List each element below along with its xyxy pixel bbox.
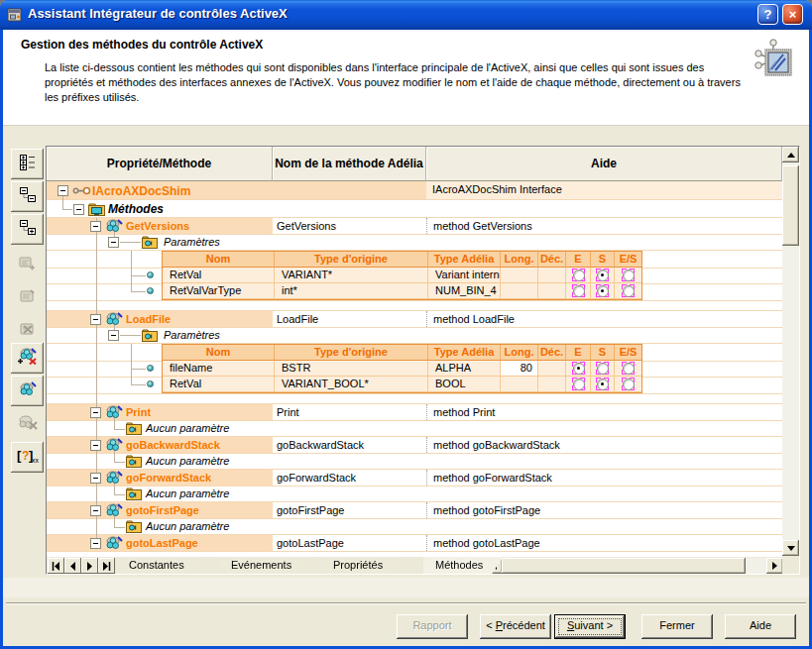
param-adelia-type[interactable]: ALPHA bbox=[428, 361, 501, 377]
param-length-field[interactable] bbox=[501, 377, 538, 392]
adelia-method-name[interactable]: goBackwardStack bbox=[277, 439, 364, 451]
radio-es[interactable] bbox=[622, 269, 635, 281]
tree-collapse-box[interactable] bbox=[90, 407, 101, 418]
methods-grid-panel: Propriété/MéthodeNom de la méthode Adéli… bbox=[46, 146, 800, 575]
tree-collapse-box[interactable] bbox=[58, 185, 68, 196]
radio-es[interactable] bbox=[622, 362, 635, 375]
titlebar-help-button[interactable]: ? bbox=[757, 4, 778, 25]
method-row-gotolastpage[interactable]: gotoLastPagegotoLastPagemethod gotoLastP… bbox=[47, 535, 782, 552]
adelia-method-name[interactable]: gotoFirstPage bbox=[277, 504, 344, 516]
tab-propri-t-s[interactable]: Propriétés bbox=[321, 557, 403, 574]
horizontal-scrollbar[interactable] bbox=[486, 558, 782, 574]
param-decimals-field[interactable] bbox=[538, 377, 566, 392]
param-length-field[interactable] bbox=[501, 283, 538, 299]
titlebar-close-button[interactable]: × bbox=[782, 4, 803, 25]
method-help[interactable]: method Print bbox=[433, 406, 495, 418]
no-params-row-aucun-param-tre[interactable]: Aucun paramètre bbox=[47, 454, 782, 470]
method-row-gotofirstpage[interactable]: gotoFirstPagegotoFirstPagemethod gotoFir… bbox=[47, 502, 782, 519]
method-row-loadfile[interactable]: LoadFileLoadFilemethod LoadFile bbox=[47, 311, 782, 328]
tree-collapse-box[interactable] bbox=[90, 440, 101, 451]
method-help[interactable]: method goBackwardStack bbox=[433, 439, 560, 451]
scroll-down-button[interactable] bbox=[782, 540, 799, 556]
radio-es[interactable] bbox=[622, 378, 635, 390]
toolbar-expand-all-button[interactable] bbox=[11, 149, 44, 179]
radio-e-selected[interactable] bbox=[572, 362, 585, 375]
tree-collapse-box[interactable] bbox=[73, 204, 84, 215]
param-adelia-type[interactable]: NUM_BIN_4 bbox=[428, 283, 501, 299]
param-column-header-e-s: E/S bbox=[615, 345, 641, 361]
radio-s-selected[interactable] bbox=[596, 378, 609, 390]
param-length-field[interactable]: 80 bbox=[501, 361, 538, 377]
param-decimals-field[interactable] bbox=[538, 268, 566, 283]
group-row-m-thodes[interactable]: Méthodes bbox=[47, 200, 782, 218]
button-aide[interactable]: Aide bbox=[725, 614, 796, 639]
radio-e[interactable] bbox=[572, 269, 585, 281]
button-précédent[interactable]: < Précédent bbox=[480, 614, 551, 639]
interface-row-iacroaxdocshim[interactable]: IAcroAXDocShimIAcroAXDocShim Interface bbox=[47, 181, 782, 200]
param-decimals-field[interactable] bbox=[538, 283, 566, 299]
tree-collapse-box[interactable] bbox=[108, 237, 119, 248]
interface-help[interactable]: IAcroAXDocShim Interface bbox=[432, 183, 562, 195]
params-label-c3 bbox=[426, 328, 782, 343]
tab-m-thodes[interactable]: Méthodes bbox=[423, 557, 503, 574]
page-title: Gestion des méthodes du contrôle ActiveX bbox=[21, 38, 263, 52]
adelia-method-name[interactable]: GetVersions bbox=[277, 220, 336, 232]
scroll-right-button[interactable] bbox=[766, 558, 783, 574]
adelia-method-name[interactable]: LoadFile bbox=[277, 313, 318, 325]
method-help[interactable]: method gotoLastPage bbox=[433, 537, 540, 549]
adelia-method-name[interactable]: Print bbox=[277, 406, 299, 418]
method-row-getversions[interactable]: GetVersionsGetVersionsmethod GetVersions bbox=[47, 218, 782, 235]
param-adelia-type[interactable]: BOOL bbox=[428, 377, 501, 392]
vertical-scrollbar[interactable] bbox=[782, 147, 799, 556]
radio-s-selected[interactable] bbox=[596, 269, 609, 281]
tree-collapse-box[interactable] bbox=[108, 330, 119, 341]
tab-nav-next-button[interactable] bbox=[81, 558, 98, 574]
radio-es[interactable] bbox=[622, 284, 635, 297]
tab-nav-first-button[interactable] bbox=[48, 558, 64, 574]
tab-constantes[interactable]: Constantes bbox=[117, 557, 204, 574]
adelia-method-name[interactable]: gotoLastPage bbox=[277, 537, 344, 549]
radio-s-selected[interactable] bbox=[596, 284, 609, 297]
method-row-gobackwardstack[interactable]: goBackwardStackgoBackwardStackmethod goB… bbox=[47, 437, 782, 454]
toolbar-add-method-button[interactable] bbox=[11, 343, 44, 374]
button-fermer[interactable]: Fermer bbox=[641, 614, 713, 639]
param-decimals-field[interactable] bbox=[538, 361, 566, 377]
vertical-scroll-thumb[interactable] bbox=[782, 165, 799, 246]
param-adelia-type[interactable]: Variant interne bbox=[428, 268, 501, 283]
toolbar-expand-branch-button[interactable] bbox=[11, 214, 44, 245]
tree-collapse-box[interactable] bbox=[90, 221, 101, 232]
radio-e[interactable] bbox=[572, 284, 585, 297]
no-params-row-aucun-param-tre[interactable]: Aucun paramètre bbox=[47, 487, 782, 502]
toolbar-delete-method-button bbox=[11, 408, 44, 439]
scroll-up-button[interactable] bbox=[782, 147, 799, 162]
no-params-row-aucun-param-tre[interactable]: Aucun paramètre bbox=[47, 519, 782, 535]
parameter-table-block[interactable]: NomType d'origineType AdéliaLong.Déc.ESE… bbox=[47, 344, 782, 394]
method-row-print[interactable]: PrintPrintmethod Print bbox=[47, 404, 782, 421]
param-length-field[interactable] bbox=[501, 268, 538, 283]
toolbar-help-codes-button[interactable]: [?]xx bbox=[11, 442, 44, 473]
tree-collapse-box[interactable] bbox=[90, 473, 101, 484]
tree-collapse-box[interactable] bbox=[90, 538, 101, 549]
method-help[interactable]: method gotoFirstPage bbox=[433, 504, 540, 516]
tree-collapse-box[interactable] bbox=[90, 505, 101, 516]
method-row-goforwardstack[interactable]: goForwardStackgoForwardStackmethod goFor… bbox=[47, 470, 782, 487]
tab-nav-last-button[interactable] bbox=[98, 558, 115, 574]
toolbar-collapse-branch-button[interactable] bbox=[11, 181, 44, 212]
params-label-row-param-tres[interactable]: Paramètres bbox=[47, 235, 782, 251]
method-help[interactable]: method LoadFile bbox=[433, 313, 515, 325]
radio-s[interactable] bbox=[596, 362, 609, 375]
parameter-table-block[interactable]: NomType d'origineType AdéliaLong.Déc.ESE… bbox=[47, 251, 782, 301]
params-label-row-param-tres[interactable]: Paramètres bbox=[47, 328, 782, 344]
no-params-row-aucun-param-tre[interactable]: Aucun paramètre bbox=[47, 421, 782, 437]
toolbar-edit-method-button[interactable] bbox=[11, 376, 44, 406]
tab-ev-nements[interactable]: Evénements bbox=[219, 557, 311, 574]
method-help[interactable]: method goForwardStack bbox=[433, 472, 552, 484]
button-suivant[interactable]: Suivant > bbox=[554, 614, 626, 639]
adelia-method-name[interactable]: goForwardStack bbox=[277, 472, 356, 484]
tree-collapse-box[interactable] bbox=[90, 314, 101, 325]
method-help[interactable]: method GetVersions bbox=[433, 220, 532, 232]
param-origin-type: int* bbox=[275, 283, 428, 299]
radio-e[interactable] bbox=[572, 378, 585, 390]
tab-nav-previous-button[interactable] bbox=[64, 558, 81, 574]
horizontal-scroll-thumb[interactable] bbox=[502, 558, 746, 574]
